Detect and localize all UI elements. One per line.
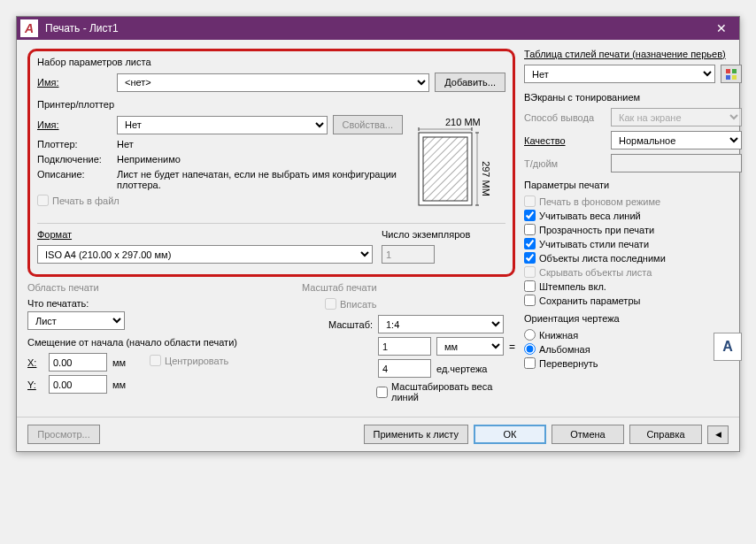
fit-checkbox[interactable] bbox=[325, 298, 336, 310]
button-bar: Просмотр... Применить к листу ОК Отмена … bbox=[17, 417, 739, 451]
printer-title: Принтер/плоттер bbox=[37, 99, 505, 110]
titlebar: A Печать - Лист1 ✕ bbox=[17, 17, 739, 40]
opt-weights-checkbox[interactable] bbox=[524, 210, 536, 221]
expand-button[interactable]: ◀ bbox=[707, 425, 729, 444]
offset-y-unit: мм bbox=[112, 379, 134, 390]
scale-weights-label: Масштабировать веса линий bbox=[391, 381, 515, 402]
center-checkbox[interactable] bbox=[150, 355, 161, 366]
scale-denominator-input[interactable] bbox=[378, 359, 431, 378]
copies-input[interactable] bbox=[382, 245, 435, 264]
format-title: Формат bbox=[37, 229, 373, 240]
drawing-units-label: ед.чертежа bbox=[436, 364, 487, 374]
style-table-edit-button[interactable] bbox=[721, 65, 742, 83]
opt-bg-label: Печать в фоновом режиме bbox=[539, 196, 660, 207]
fit-label: Вписать bbox=[340, 299, 377, 310]
format-select[interactable]: ISO A4 (210.00 x 297.00 мм) bbox=[37, 245, 373, 264]
quality-label: Качество bbox=[524, 135, 606, 146]
opt-objlast-label: Объекты листа последними bbox=[539, 253, 666, 264]
offset-x-input[interactable] bbox=[49, 353, 107, 372]
svg-rect-12 bbox=[732, 69, 737, 73]
opt-transp-checkbox[interactable] bbox=[524, 224, 536, 235]
print-dialog: A Печать - Лист1 ✕ Набор параметров лист… bbox=[16, 16, 740, 452]
page-setup-title: Набор параметров листа bbox=[37, 57, 505, 67]
opt-hide-checkbox[interactable] bbox=[524, 266, 536, 278]
print-to-file-checkbox[interactable] bbox=[37, 195, 49, 206]
cancel-button[interactable]: Отмена bbox=[552, 425, 624, 444]
svg-text:210 MM: 210 MM bbox=[445, 117, 481, 127]
opt-styles-label: Учитывать стили печати bbox=[539, 239, 649, 249]
svg-rect-6 bbox=[423, 137, 467, 201]
app-logo: A bbox=[20, 19, 38, 37]
scale-select[interactable]: 1:4 bbox=[378, 315, 504, 333]
shade-method-label: Способ вывода bbox=[524, 112, 606, 123]
offset-y-input[interactable] bbox=[49, 375, 107, 394]
help-button[interactable]: Справка bbox=[629, 425, 702, 444]
opt-hide-label: Скрывать объекты листа bbox=[539, 267, 652, 278]
description-label: Описание: bbox=[37, 169, 112, 180]
shade-method-select[interactable]: Как на экране bbox=[611, 108, 742, 126]
orient-landscape-radio[interactable] bbox=[524, 343, 536, 355]
opt-objlast-checkbox[interactable] bbox=[524, 252, 536, 264]
scale-title: Масштаб печати bbox=[302, 282, 515, 293]
page-setup-name-label: Имя: bbox=[37, 77, 112, 88]
opt-stamp-label: Штемпель вкл. bbox=[539, 281, 606, 292]
highlight-region: Набор параметров листа Имя: <нет> Добави… bbox=[27, 49, 515, 277]
offset-y-label: Y: bbox=[27, 379, 43, 390]
copies-title: Число экземпляров bbox=[382, 229, 505, 240]
scale-unit-select[interactable]: мм bbox=[436, 337, 504, 356]
dpi-label: Т/дюйм bbox=[524, 158, 606, 169]
ok-button[interactable]: ОК bbox=[474, 425, 546, 444]
apply-button[interactable]: Применить к листу bbox=[364, 425, 469, 444]
orient-portrait-label: Книжная bbox=[539, 330, 578, 341]
svg-rect-11 bbox=[726, 69, 730, 73]
center-label: Центрировать bbox=[165, 356, 228, 366]
what-print-label: Что печатать: bbox=[27, 298, 293, 309]
orient-portrait-radio[interactable] bbox=[524, 329, 536, 341]
printer-name-label: Имя: bbox=[37, 119, 112, 130]
orient-flip-label: Перевернуть bbox=[539, 358, 598, 369]
orient-flip-checkbox[interactable] bbox=[524, 357, 536, 369]
opt-styles-checkbox[interactable] bbox=[524, 238, 536, 249]
shade-title: ВЭкраны с тонированием bbox=[524, 92, 742, 103]
svg-rect-13 bbox=[726, 75, 730, 80]
page-setup-name-select[interactable]: <нет> bbox=[117, 73, 429, 92]
opt-transp-label: Прозрачность при печати bbox=[539, 225, 654, 235]
offset-x-label: X: bbox=[27, 357, 43, 368]
plotter-label: Плоттер: bbox=[37, 139, 112, 149]
connection-label: Подключение: bbox=[37, 154, 112, 165]
style-table-select[interactable]: Нет bbox=[524, 65, 715, 83]
svg-text:297 MM: 297 MM bbox=[481, 161, 491, 196]
offset-x-unit: мм bbox=[112, 357, 134, 368]
orient-landscape-label: Альбомная bbox=[539, 344, 590, 355]
printer-properties-button[interactable]: Свойства... bbox=[333, 115, 403, 134]
what-print-select[interactable]: Лист bbox=[27, 311, 125, 330]
opt-save-label: Сохранить параметры bbox=[539, 295, 640, 306]
orientation-icon: A bbox=[714, 333, 742, 361]
dpi-input[interactable] bbox=[611, 154, 742, 172]
connection-value: Неприменимо bbox=[117, 154, 181, 165]
opt-bg-checkbox[interactable] bbox=[524, 195, 536, 207]
plotter-value: Нет bbox=[117, 139, 134, 149]
equals-icon: = bbox=[509, 341, 515, 353]
svg-rect-14 bbox=[732, 75, 737, 80]
preview-button[interactable]: Просмотр... bbox=[27, 425, 100, 444]
description-value: Лист не будет напечатан, если не выбрать… bbox=[117, 169, 403, 190]
printer-name-select[interactable]: Нет bbox=[117, 116, 328, 134]
scale-weights-checkbox[interactable] bbox=[376, 387, 388, 398]
add-button[interactable]: Добавить... bbox=[435, 73, 505, 92]
scale-numerator-input[interactable] bbox=[378, 337, 431, 356]
quality-select[interactable]: Нормальное bbox=[611, 131, 742, 149]
scale-label: Масштаб: bbox=[325, 319, 373, 330]
orient-title: Ориентация чертежа bbox=[524, 313, 742, 324]
opt-stamp-checkbox[interactable] bbox=[524, 280, 536, 292]
chevron-left-icon: ◀ bbox=[715, 430, 721, 439]
paper-preview: 210 MM 297 MM bbox=[410, 117, 505, 216]
print-to-file-label: Печать в файл bbox=[52, 195, 120, 206]
print-area-title: Область печати bbox=[27, 282, 293, 293]
close-icon[interactable]: ✕ bbox=[707, 17, 736, 40]
options-title: Параметры печати bbox=[524, 180, 742, 190]
opt-save-checkbox[interactable] bbox=[524, 295, 536, 306]
palette-icon bbox=[725, 68, 737, 80]
style-table-title: Таблица стилей печати (назначение перьев… bbox=[524, 49, 742, 59]
offset-title: Смещение от начала (начало области печат… bbox=[27, 337, 293, 348]
